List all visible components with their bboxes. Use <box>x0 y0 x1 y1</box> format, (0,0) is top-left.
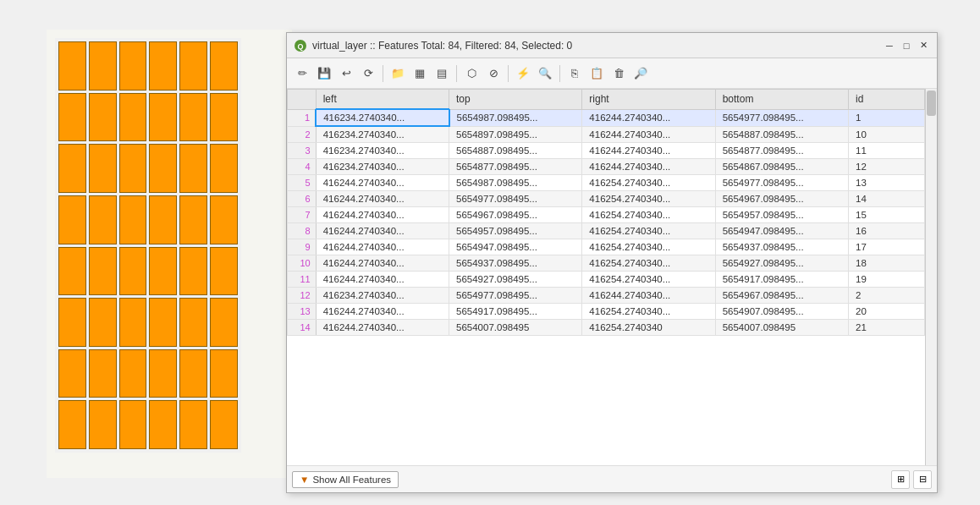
cell-id[interactable]: 2 <box>849 288 925 304</box>
cell-id[interactable]: 19 <box>849 272 925 288</box>
cell-bottom[interactable]: 5654927.098495... <box>715 255 848 272</box>
filter-off-button[interactable]: ⊘ <box>483 63 504 84</box>
cell-right[interactable]: 416254.2740340... <box>582 239 715 255</box>
cell-top[interactable]: 5654937.098495... <box>449 255 582 272</box>
cell-left[interactable]: 416244.2740340... <box>316 207 449 223</box>
cell-top[interactable]: 5654947.098495... <box>449 239 582 255</box>
cell-right[interactable]: 416254.2740340... <box>582 272 715 288</box>
table-row[interactable]: 5416244.2740340...5654987.098495...41625… <box>288 175 925 191</box>
table-row[interactable]: 7416244.2740340...5654967.098495...41625… <box>288 207 925 223</box>
cell-right[interactable]: 416254.2740340... <box>582 223 715 239</box>
refresh-button[interactable]: ⟳ <box>358 63 378 84</box>
cell-id[interactable]: 1 <box>849 109 925 126</box>
cell-id[interactable]: 15 <box>849 207 925 223</box>
cell-left[interactable]: 416244.2740340... <box>316 304 449 320</box>
paste-button[interactable]: 📋 <box>586 63 607 84</box>
edit-pencil-button[interactable]: ✏ <box>292 63 312 84</box>
cell-left[interactable]: 416234.2740340... <box>316 143 449 159</box>
cell-left[interactable]: 416244.2740340... <box>316 239 449 255</box>
cell-left[interactable]: 416244.2740340... <box>316 255 449 272</box>
col-header-right[interactable]: right <box>582 90 715 110</box>
layout-list-button[interactable]: ⊟ <box>913 470 932 489</box>
cell-id[interactable]: 21 <box>849 320 925 336</box>
show-all-features-button[interactable]: ▼ Show All Features <box>292 471 399 488</box>
cell-top[interactable]: 5654877.098495... <box>449 159 582 175</box>
cell-left[interactable]: 416234.2740340... <box>316 159 449 175</box>
col-header-id[interactable]: id <box>849 90 925 110</box>
cell-bottom[interactable]: 5654917.098495... <box>715 272 848 288</box>
cell-bottom[interactable]: 5654887.098495... <box>715 126 848 143</box>
scroll-thumb[interactable] <box>927 91 936 116</box>
flash-button[interactable]: ⚡ <box>513 63 533 84</box>
cell-top[interactable]: 5654007.098495 <box>449 320 582 336</box>
col-header-top[interactable]: top <box>449 90 582 110</box>
table-row[interactable]: 3416234.2740340...5654887.098495...41624… <box>288 143 925 159</box>
cell-right[interactable]: 416244.2740340... <box>582 126 715 143</box>
cell-id[interactable]: 12 <box>849 159 925 175</box>
zoom-button[interactable]: 🔎 <box>630 63 651 84</box>
search-button[interactable]: 🔍 <box>535 63 555 84</box>
cell-right[interactable]: 416254.2740340 <box>582 320 715 336</box>
cell-bottom[interactable]: 5654967.098495... <box>715 191 848 207</box>
table-row[interactable]: 2416234.2740340...5654897.098495...41624… <box>288 126 925 143</box>
cell-bottom[interactable]: 5654937.098495... <box>715 239 848 255</box>
filter-button[interactable]: ⬡ <box>461 63 482 84</box>
cell-right[interactable]: 416244.2740340... <box>582 159 715 175</box>
table-button[interactable]: ▤ <box>432 63 452 84</box>
cell-left[interactable]: 416244.2740340... <box>316 272 449 288</box>
col-header-rownum[interactable] <box>288 90 317 110</box>
cell-bottom[interactable]: 5654007.098495 <box>715 320 848 336</box>
table-row[interactable]: 13416244.2740340...5654917.098495...4162… <box>288 304 925 320</box>
table-row[interactable]: 8416244.2740340...5654957.098495...41625… <box>288 223 925 239</box>
cell-id[interactable]: 10 <box>849 126 925 143</box>
table-row[interactable]: 6416244.2740340...5654977.098495...41625… <box>288 191 925 207</box>
cell-bottom[interactable]: 5654957.098495... <box>715 207 848 223</box>
cell-top[interactable]: 5654927.098495... <box>449 272 582 288</box>
cell-bottom[interactable]: 5654977.098495... <box>715 109 848 126</box>
cell-left[interactable]: 416244.2740340... <box>316 191 449 207</box>
open-folder-button[interactable]: 📁 <box>388 63 408 84</box>
save-button[interactable]: 💾 <box>314 63 334 84</box>
cell-top[interactable]: 5654987.098495... <box>449 175 582 191</box>
cell-id[interactable]: 18 <box>849 255 925 272</box>
table-row[interactable]: 4416234.2740340...5654877.098495...41624… <box>288 159 925 175</box>
cell-id[interactable]: 16 <box>849 223 925 239</box>
cell-top[interactable]: 5654917.098495... <box>449 304 582 320</box>
cell-top[interactable]: 5654887.098495... <box>449 143 582 159</box>
cell-top[interactable]: 5654987.098495... <box>449 109 582 126</box>
cell-id[interactable]: 14 <box>849 191 925 207</box>
cell-left[interactable]: 416244.2740340... <box>316 223 449 239</box>
col-header-bottom[interactable]: bottom <box>715 90 848 110</box>
cell-left[interactable]: 416234.2740340... <box>316 126 449 143</box>
cell-right[interactable]: 416254.2740340... <box>582 255 715 272</box>
copy-button[interactable]: ⎘ <box>564 63 585 84</box>
cell-top[interactable]: 5654897.098495... <box>449 126 582 143</box>
table-row[interactable]: 12416234.2740340...5654977.098495...4162… <box>288 288 925 304</box>
cell-bottom[interactable]: 5654977.098495... <box>715 175 848 191</box>
cell-right[interactable]: 416244.2740340... <box>582 109 715 126</box>
cell-id[interactable]: 17 <box>849 239 925 255</box>
cell-left[interactable]: 416244.2740340... <box>316 175 449 191</box>
cell-left[interactable]: 416234.2740340... <box>316 288 449 304</box>
cell-left[interactable]: 416234.2740340... <box>316 109 449 126</box>
table-row[interactable]: 1416234.2740340...5654987.098495...41624… <box>288 109 925 126</box>
cell-top[interactable]: 5654957.098495... <box>449 223 582 239</box>
close-button[interactable]: ✕ <box>917 39 930 52</box>
cell-right[interactable]: 416244.2740340... <box>582 143 715 159</box>
table-row[interactable]: 14416244.2740340...5654007.098495416254.… <box>288 320 925 336</box>
cell-bottom[interactable]: 5654907.098495... <box>715 304 848 320</box>
minimize-button[interactable]: ─ <box>883 39 896 52</box>
table-row[interactable]: 11416244.2740340...5654927.098495...4162… <box>288 272 925 288</box>
cell-right[interactable]: 416254.2740340... <box>582 304 715 320</box>
cell-right[interactable]: 416254.2740340... <box>582 175 715 191</box>
layout-grid-button[interactable]: ⊞ <box>891 470 910 489</box>
grid-button[interactable]: ▦ <box>410 63 430 84</box>
cell-id[interactable]: 11 <box>849 143 925 159</box>
vertical-scrollbar[interactable] <box>925 89 937 465</box>
cell-top[interactable]: 5654977.098495... <box>449 288 582 304</box>
cell-top[interactable]: 5654967.098495... <box>449 207 582 223</box>
table-row[interactable]: 9416244.2740340...5654947.098495...41625… <box>288 239 925 255</box>
cell-bottom[interactable]: 5654867.098495... <box>715 159 848 175</box>
back-button[interactable]: ↩ <box>336 63 356 84</box>
cell-bottom[interactable]: 5654967.098495... <box>715 288 848 304</box>
